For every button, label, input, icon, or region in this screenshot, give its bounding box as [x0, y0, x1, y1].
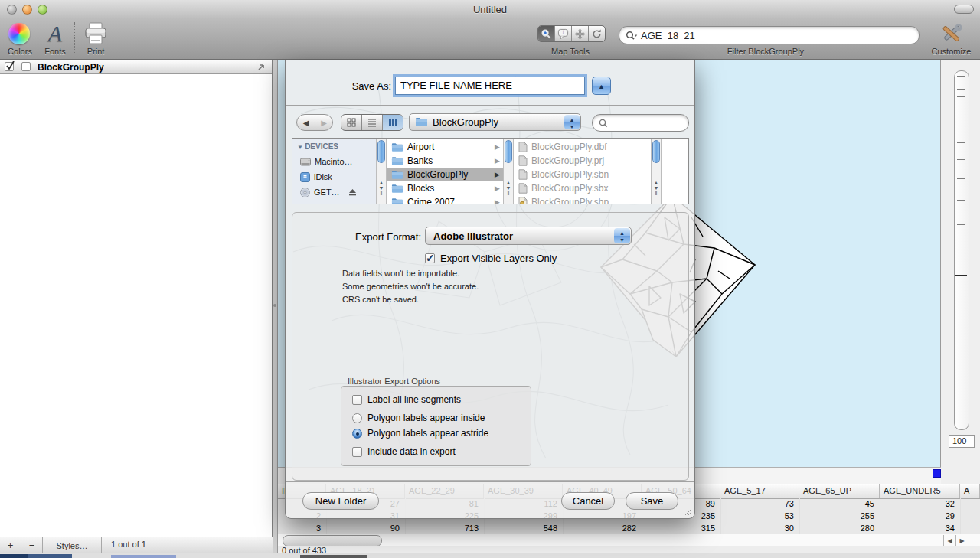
- column-header[interactable]: AGE_65_UP: [799, 484, 880, 498]
- window-title: Untitled: [0, 4, 980, 15]
- column-scrollbar[interactable]: ▲▼‖: [651, 139, 662, 204]
- files-column: BlockGroupPly.dbfBlockGroupPly.prjBlockG…: [514, 139, 651, 204]
- resize-grip-icon[interactable]: [683, 507, 692, 516]
- folder-icon: [391, 197, 403, 205]
- radio-button[interactable]: [352, 413, 362, 423]
- device-item[interactable]: GET…: [300, 186, 357, 198]
- add-layer-button[interactable]: +: [0, 537, 21, 553]
- scroll-arrows-icon[interactable]: ▲▼‖: [377, 180, 386, 196]
- pane-splitter[interactable]: [273, 60, 278, 553]
- folder-item[interactable]: Airport▶: [387, 140, 503, 154]
- search-icon: [599, 119, 608, 128]
- print-icon[interactable]: [83, 22, 109, 45]
- file-item[interactable]: BlockGroupPly.sbn: [514, 168, 651, 181]
- shapefile-icon: [518, 197, 528, 204]
- eject-icon[interactable]: [348, 188, 357, 196]
- table-cell[interactable]: 29: [880, 511, 960, 524]
- table-cell[interactable]: 73: [720, 499, 799, 511]
- file-item[interactable]: BlockGroupPly.dbf: [514, 140, 651, 154]
- pan-tool-button[interactable]: [572, 26, 589, 41]
- column-header[interactable]: A: [960, 484, 980, 498]
- checkbox[interactable]: [352, 395, 362, 405]
- device-item[interactable]: iDisk: [300, 171, 332, 183]
- zoom-tool-button[interactable]: [538, 26, 555, 41]
- file-item[interactable]: BlockGroupPly.sbx: [514, 181, 651, 195]
- detach-arrow-icon[interactable]: [256, 62, 266, 72]
- hard-drive-icon: [300, 158, 311, 166]
- scroll-arrows-icon[interactable]: ▲▼‖: [652, 180, 661, 196]
- scroll-arrows-icon[interactable]: ▲▼‖: [504, 180, 513, 196]
- scrollbar-thumb[interactable]: [505, 140, 512, 163]
- warning-text: Data fields won't be importable.: [342, 269, 459, 278]
- filter-value: AGE_18_21: [641, 30, 695, 41]
- file-item[interactable]: BlockGroupPly.prj: [514, 154, 651, 168]
- table-cell[interactable]: 32: [880, 499, 960, 511]
- radio-button[interactable]: [352, 429, 362, 439]
- export-options-panel: Export Format: Adobe Illustrator ▲▼ Expo…: [292, 212, 689, 481]
- back-forward-control: ◀ ▶: [296, 114, 333, 131]
- obscured-fragment: [0, 554, 28, 558]
- export-format-popup[interactable]: Adobe Illustrator ▲▼: [425, 227, 632, 245]
- customize-label: Customize: [923, 47, 980, 56]
- save-button[interactable]: Save: [626, 492, 678, 510]
- location-popup[interactable]: BlockGroupPly ▲▼: [409, 113, 581, 131]
- obscured-fragment: [300, 555, 368, 558]
- fonts-icon[interactable]: A: [44, 21, 66, 45]
- column-header[interactable]: AGE_5_17: [720, 484, 799, 498]
- device-item[interactable]: Macinto…: [300, 155, 353, 168]
- filter-search-field[interactable]: AGE_18_21: [619, 26, 920, 44]
- layer-select-checkbox[interactable]: [21, 62, 31, 71]
- folder-item[interactable]: Blocks▶: [387, 181, 503, 195]
- folder-item[interactable]: BlockGroupPly▶: [387, 168, 503, 181]
- column-scrollbar[interactable]: ▲▼‖: [503, 139, 514, 204]
- new-folder-button[interactable]: New Folder: [302, 492, 379, 510]
- folders-column: Airport▶Banks▶BlockGroupPly▶Blocks▶Crime…: [387, 139, 503, 204]
- title-bar: Untitled: [0, 0, 980, 19]
- table-cell[interactable]: 255: [799, 511, 880, 524]
- folder-item[interactable]: Banks▶: [387, 154, 503, 168]
- collapse-disclosure-button[interactable]: ▲: [592, 77, 611, 95]
- colors-icon[interactable]: [8, 23, 30, 44]
- scrollbar-thumb[interactable]: [652, 140, 660, 163]
- customize-icon[interactable]: [940, 22, 963, 45]
- layer-row[interactable]: BlockGroupPly: [0, 60, 272, 74]
- scroll-right-button[interactable]: ▶: [956, 535, 968, 546]
- table-horizontal-scrollbar[interactable]: ◀ ▶: [278, 534, 980, 547]
- scrollbar-thumb[interactable]: [283, 535, 382, 547]
- save-as-label: Save As:: [292, 80, 391, 92]
- list-view-button[interactable]: [362, 115, 383, 130]
- icon-view-button[interactable]: [341, 115, 362, 130]
- separator: [286, 481, 694, 482]
- back-button[interactable]: ◀: [297, 119, 315, 127]
- location-value: BlockGroupPly: [433, 116, 498, 128]
- scrollbar-thumb[interactable]: [377, 140, 385, 163]
- folder-item[interactable]: Crime 2007▶: [387, 195, 503, 204]
- options-group-title: Illustrator Export Options: [348, 377, 440, 386]
- disclosure-triangle-icon[interactable]: ▼: [297, 144, 305, 151]
- idisk-icon: [300, 172, 310, 182]
- checkbox[interactable]: [352, 447, 362, 457]
- column-header[interactable]: AGE_UNDER5: [880, 484, 960, 498]
- layer-visible-checkbox[interactable]: [5, 62, 14, 71]
- styles-button[interactable]: Styles…: [43, 537, 102, 553]
- cancel-button[interactable]: Cancel: [561, 492, 615, 510]
- remove-layer-button[interactable]: −: [21, 537, 43, 553]
- visible-layers-checkbox[interactable]: [425, 253, 435, 263]
- column-view-button[interactable]: [383, 115, 403, 130]
- zoom-slider[interactable]: [954, 70, 969, 430]
- scroll-left-button[interactable]: ◀: [943, 535, 956, 546]
- rotate-tool-button[interactable]: [589, 26, 605, 41]
- splitter-handle: [273, 304, 276, 307]
- dialog-search-field[interactable]: [592, 114, 689, 132]
- info-tool-button[interactable]: i: [555, 26, 572, 41]
- zoom-value-field[interactable]: 100: [949, 435, 975, 448]
- file-item[interactable]: BlockGroupPly.shp: [514, 195, 651, 204]
- table-cell[interactable]: 53: [720, 511, 799, 524]
- export-format-label: Export Format:: [299, 231, 421, 243]
- popup-stepper-icon: ▲▼: [564, 115, 580, 129]
- toolbar-toggle-button[interactable]: [954, 5, 974, 14]
- filename-input[interactable]: TYPE FILE NAME HERE: [395, 77, 585, 95]
- column-scrollbar[interactable]: ▲▼‖: [376, 139, 387, 204]
- forward-button[interactable]: ▶: [315, 119, 332, 127]
- table-cell[interactable]: 45: [799, 499, 880, 511]
